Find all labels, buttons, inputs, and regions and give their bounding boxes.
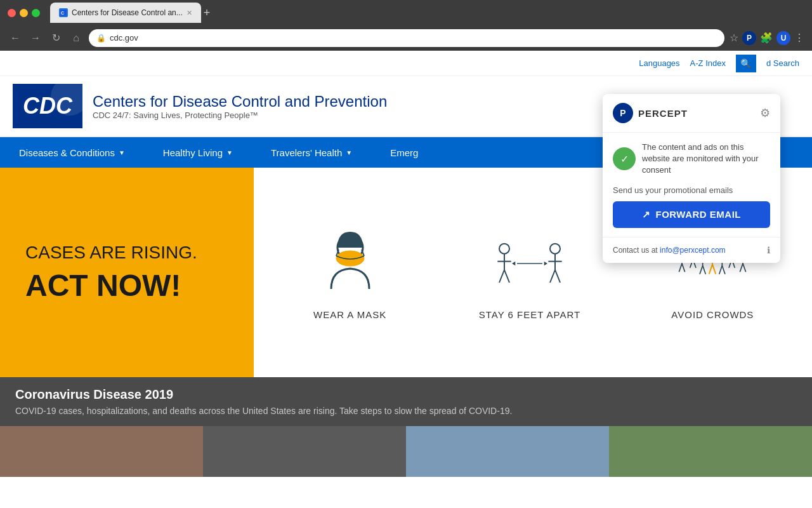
site-subtitle: CDC 24/7: Saving Lives, Protecting Peopl… (93, 110, 387, 120)
forward-button[interactable]: → (28, 32, 43, 44)
percept-settings-icon[interactable]: ⚙ (760, 106, 770, 120)
nav-item-emergency[interactable]: Emerg (371, 137, 437, 168)
advanced-search-link[interactable]: d Search (766, 58, 799, 68)
info-icon[interactable]: ℹ (767, 245, 770, 255)
svg-line-52 (743, 264, 746, 272)
thumbnail-4[interactable] (609, 426, 812, 477)
address-bar-row: ← → ↻ ⌂ 🔒 cdc.gov ☆ P 🧩 U ⋮ (0, 25, 812, 51)
profile-icon[interactable]: U (776, 31, 790, 45)
address-bar[interactable]: 🔒 cdc.gov (89, 29, 724, 47)
svg-line-46 (679, 264, 683, 272)
new-tab-button[interactable]: + (204, 6, 211, 20)
percept-popup: P PERCEPT ⚙ ✓ The content and ads on thi… (603, 94, 780, 263)
tab-favicon: C (59, 8, 68, 17)
promo-label: Send us your promotional emails (613, 185, 770, 195)
nav-item-travelers[interactable]: Travelers' Health ▼ (252, 137, 371, 168)
close-button[interactable] (8, 9, 16, 17)
percept-logo: P (613, 103, 633, 123)
hero-rising-text: CASES ARE RISING. (25, 243, 228, 263)
minimize-button[interactable] (20, 9, 28, 17)
svg-line-17 (555, 270, 560, 283)
nav-item-diseases[interactable]: Diseases & Conditions ▼ (0, 137, 144, 168)
tab-close-icon[interactable]: ✕ (187, 9, 192, 17)
banner-title: Coronavirus Disease 2019 (15, 387, 797, 402)
active-tab[interactable]: C Centers for Disease Control an... ✕ (50, 3, 201, 23)
contact-email-link[interactable]: info@perxcept.com (660, 246, 726, 255)
traffic-lights (8, 9, 40, 17)
nav-diseases-arrow: ▼ (119, 149, 125, 156)
svg-line-51 (740, 264, 743, 272)
svg-point-3 (336, 251, 364, 266)
svg-line-42 (723, 265, 726, 274)
cdc-logo: CDC (13, 84, 82, 128)
svg-text:C: C (61, 11, 64, 15)
thumbnail-3[interactable] (406, 426, 609, 477)
hero-tip-mask: WEAR A MASK (312, 225, 388, 320)
svg-marker-13 (544, 261, 547, 265)
nav-diseases-label: Diseases & Conditions (19, 147, 115, 158)
svg-line-9 (504, 270, 509, 283)
svg-marker-12 (512, 261, 515, 265)
toolbar-icons: ☆ P 🧩 U ⋮ (730, 31, 804, 45)
extensions-icon[interactable]: 🧩 (760, 32, 773, 44)
percept-footer: Contact us at info@perxcept.com ℹ (603, 237, 780, 263)
svg-point-6 (499, 243, 509, 253)
svg-line-22 (712, 264, 716, 274)
nav-item-healthy[interactable]: Healthy Living ▼ (144, 137, 252, 168)
nav-healthy-arrow: ▼ (226, 149, 233, 156)
url-text: cdc.gov (110, 33, 138, 43)
browser-chrome: C Centers for Disease Control an... ✕ + (0, 0, 812, 25)
percept-header: P PERCEPT ⚙ (603, 94, 780, 133)
forward-email-button[interactable]: ↗ FORWARD EMAIL (613, 201, 770, 228)
hero-act-text: ACT NOW! (25, 268, 228, 303)
contact-prefix: Contact us at (613, 246, 660, 255)
languages-link[interactable]: Languages (639, 58, 679, 68)
svg-line-21 (709, 264, 712, 274)
az-index-link[interactable]: A-Z Index (690, 58, 726, 68)
svg-line-47 (682, 264, 685, 272)
percept-logo-area: P PERCEPT (613, 103, 688, 123)
logo-text: CDC (23, 93, 72, 119)
status-checkmark: ✓ (620, 153, 629, 165)
crowds-label: AVOID CROWDS (671, 309, 754, 320)
percept-name: PERCEPT (638, 108, 688, 119)
tab-bar: C Centers for Disease Control an... ✕ + (50, 3, 804, 23)
hero-left-panel: CASES ARE RISING. ACT NOW! (0, 168, 254, 377)
refresh-button[interactable]: ↻ (48, 32, 63, 44)
extension-icon-p[interactable]: P (742, 31, 756, 45)
thumbnail-2[interactable] (203, 426, 406, 477)
distance-label: STAY 6 FEET APART (479, 309, 580, 320)
back-button[interactable]: ← (8, 32, 23, 44)
search-button[interactable]: 🔍 (736, 55, 756, 72)
tab-title: Centers for Disease Control an... (72, 8, 183, 17)
menu-icon[interactable]: ⋮ (794, 32, 804, 44)
hero-tip-distance: STAY 6 FEET APART (479, 225, 580, 320)
contact-text: Contact us at info@perxcept.com (613, 246, 726, 255)
nav-healthy-label: Healthy Living (163, 147, 223, 158)
forward-label: FORWARD EMAIL (655, 209, 741, 220)
status-text: The content and ads on this website are … (642, 142, 770, 177)
svg-line-8 (499, 270, 504, 283)
site-title: Centers for Disease Control and Preventi… (93, 93, 387, 110)
percept-logo-letter: P (620, 108, 625, 118)
percept-status: ✓ The content and ads on this website ar… (613, 142, 770, 177)
forward-icon: ↗ (642, 209, 651, 220)
nav-emergency-label: Emerg (390, 147, 418, 158)
top-bar: Languages A-Z Index 🔍 d Search (0, 51, 812, 76)
thumbnail-row (0, 426, 812, 477)
home-button[interactable]: ⌂ (69, 32, 84, 44)
thumbnail-1[interactable] (0, 426, 203, 477)
distance-svg (492, 225, 568, 302)
status-indicator: ✓ (613, 147, 636, 170)
maximize-button[interactable] (32, 9, 40, 17)
svg-line-36 (700, 265, 703, 274)
star-icon[interactable]: ☆ (730, 32, 738, 44)
mask-svg (312, 225, 388, 302)
header-text: Centers for Disease Control and Preventi… (93, 93, 387, 120)
lock-icon: 🔒 (96, 34, 106, 43)
svg-line-37 (703, 265, 706, 274)
percept-body: ✓ The content and ads on this website ar… (603, 133, 780, 237)
website: Languages A-Z Index 🔍 d Search CDC Cente… (0, 51, 812, 508)
svg-line-16 (550, 270, 555, 283)
nav-travelers-label: Travelers' Health (271, 147, 342, 158)
